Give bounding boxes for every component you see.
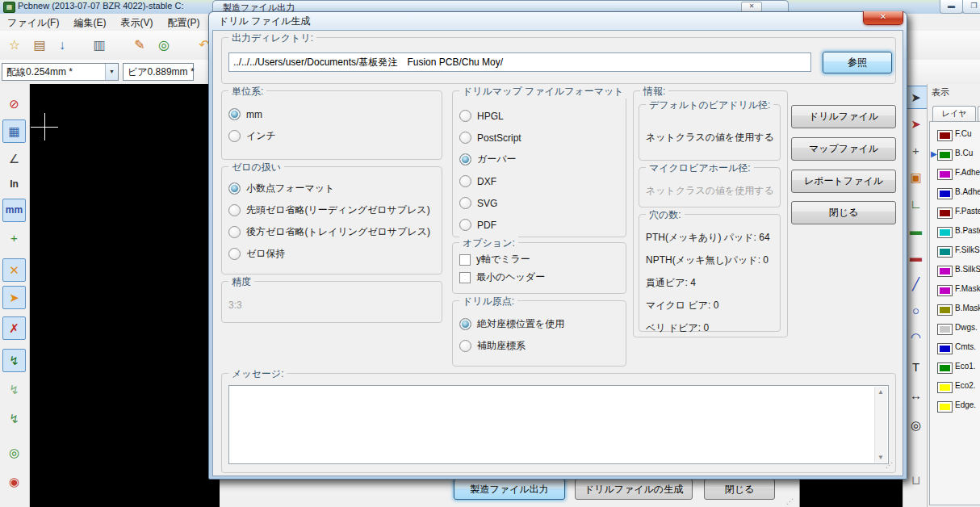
high-contrast-icon[interactable]: ≈ [2, 497, 26, 507]
layer-color-swatch[interactable] [937, 382, 953, 393]
layer-color-swatch[interactable] [937, 149, 953, 161]
close-button[interactable]: 閉じる [791, 201, 896, 224]
module-viewer-icon[interactable]: ◎ [153, 35, 174, 56]
resize-grip[interactable]: ⋰ [886, 461, 893, 469]
radio-option[interactable]: 補助座標系 [459, 339, 626, 353]
local-ratsnest-icon[interactable]: + [904, 139, 928, 162]
layer-color-swatch[interactable] [937, 227, 953, 238]
layer-row-Eco1.[interactable]: Eco1. [930, 361, 980, 377]
grid-icon[interactable]: ▦ [2, 119, 26, 143]
add-text-icon[interactable]: T [904, 355, 928, 379]
radio-option[interactable]: HPGL [459, 109, 626, 123]
layer-row-B.Mask[interactable]: B.Mask [930, 303, 980, 319]
scroll-up-icon[interactable]: ▲ [877, 388, 884, 396]
generate-drill-file-button[interactable]: ドリルファイルの生成 [575, 479, 693, 500]
close-icon[interactable]: ✕ [863, 11, 903, 25]
add-circle-icon[interactable]: ○ [904, 299, 928, 322]
layer-row-B.Cu[interactable]: ▶B.Cu [930, 148, 980, 164]
units-inch-icon[interactable]: In [2, 173, 26, 196]
add-zone-icon[interactable]: ▬ [904, 219, 928, 242]
scrollbar[interactable]: ▲ ▼ [874, 387, 887, 463]
add-track-icon[interactable]: ∟ [904, 192, 928, 216]
add-dimension-icon[interactable]: ↔ [904, 383, 928, 407]
map-file-button[interactable]: マップファイル [791, 137, 896, 161]
drill-file-button[interactable]: ドリルファイル [791, 105, 896, 128]
layer-color-swatch[interactable] [937, 324, 953, 335]
layer-row-B.SilkS[interactable]: B.SilkS [930, 264, 980, 280]
layer-color-swatch[interactable] [937, 246, 953, 258]
checkbox-option[interactable]: 最小のヘッダー [459, 271, 626, 283]
layer-row-Edge.[interactable]: Edge. [930, 400, 980, 416]
track-width-combo[interactable]: 配線0.254mm * ▼ [2, 63, 119, 81]
add-keepout-icon[interactable]: ▬ [904, 245, 928, 269]
zone-display-off-icon[interactable]: ✗ [2, 316, 26, 340]
radio-option[interactable]: インチ [228, 129, 442, 143]
tab-layers[interactable]: レイヤ [932, 106, 976, 122]
module-editor-icon[interactable]: ✎ [129, 35, 150, 56]
highlight-net-icon[interactable]: ➤ [904, 112, 928, 136]
cursor-shape-icon[interactable]: + [2, 226, 26, 249]
output-dir-input[interactable] [228, 52, 811, 72]
layer-color-swatch[interactable] [937, 304, 953, 316]
add-module-icon[interactable]: ▣ [904, 166, 928, 189]
page-settings-icon[interactable]: ▥ [89, 35, 110, 56]
layer-color-swatch[interactable] [937, 169, 953, 180]
tracks-outline-icon[interactable]: ↯ [2, 407, 26, 430]
via-display-icon[interactable]: ◎ [2, 441, 26, 464]
cursor-tool-icon[interactable]: ➤ [904, 86, 928, 109]
layer-color-swatch[interactable] [937, 285, 953, 296]
menu-item-表示(V)[interactable]: 表示(V) [113, 14, 160, 30]
layer-color-swatch[interactable] [937, 207, 953, 219]
layer-color-swatch[interactable] [937, 266, 953, 277]
tracks-sketch-icon[interactable]: ↯ [2, 378, 26, 401]
add-arc-icon[interactable]: ◠ [904, 325, 928, 349]
layer-row-F.Adhes[interactable]: F.Adhes [930, 167, 980, 183]
layer-color-swatch[interactable] [937, 130, 953, 141]
open-board-icon[interactable]: ▤ [29, 35, 50, 56]
browse-button[interactable]: 参照 [823, 52, 892, 73]
tracks-filled-icon[interactable]: ↯ [2, 349, 26, 372]
plot-dialog-titlebar[interactable]: 製造ファイル出力 ✕ [212, 0, 789, 11]
report-file-button[interactable]: レポートファイル [791, 170, 896, 193]
drc-off-icon[interactable]: ⊘ [2, 92, 26, 115]
layer-row-F.Cu[interactable]: F.Cu [930, 128, 980, 145]
delete-tool-icon[interactable]: ⊔ [904, 468, 928, 492]
layer-color-swatch[interactable] [937, 401, 953, 413]
radio-option[interactable]: ゼロ保持 [228, 247, 442, 261]
radio-option[interactable]: PDF [459, 218, 626, 232]
via-size-combo[interactable]: ビア0.889mm * [123, 63, 194, 81]
radio-option[interactable]: ガーバー [459, 153, 626, 166]
layer-color-swatch[interactable] [937, 362, 953, 374]
layer-row-Dwgs.[interactable]: Dwgs. [930, 322, 980, 338]
radio-option[interactable]: 先頭ゼロ省略(リーディングゼロサプレス) [228, 203, 442, 217]
menu-item-ファイル(F)[interactable]: ファイル(F) [0, 14, 66, 30]
close-button[interactable]: 閉じる [704, 479, 775, 500]
message-textarea[interactable]: ▲ ▼ [228, 385, 889, 464]
radio-option[interactable]: SVG [459, 196, 626, 210]
checkbox-option[interactable]: y軸でミラー [459, 254, 626, 266]
radio-option[interactable]: 小数点フォーマット [228, 182, 442, 195]
via-sketch-icon[interactable]: ◉ [2, 470, 26, 493]
layer-row-B.Paste[interactable]: B.Paste [930, 225, 980, 241]
layer-row-Eco2.[interactable]: Eco2. [930, 380, 980, 396]
layer-row-F.Mask[interactable]: F.Mask [930, 283, 980, 300]
add-line-icon[interactable]: ╱ [904, 272, 928, 295]
radio-option[interactable]: PostScript [459, 131, 626, 145]
close-icon[interactable]: ✕ [741, 2, 762, 11]
units-mm-icon[interactable]: mm [2, 199, 26, 222]
radio-option[interactable]: mm [228, 107, 442, 121]
menu-item-配置(P)[interactable]: 配置(P) [160, 14, 207, 30]
module-ratsnest-icon[interactable]: ➤ [2, 286, 26, 309]
maximize-button[interactable]: ❐ [962, 0, 980, 14]
chevron-down-icon[interactable]: ▼ [105, 64, 118, 80]
radio-option[interactable]: 絶対座標位置を使用 [459, 317, 626, 331]
add-target-icon[interactable]: ◎ [904, 413, 928, 437]
menu-item-編集(E)[interactable]: 編集(E) [66, 14, 113, 30]
scroll-down-icon[interactable]: ▼ [877, 454, 884, 461]
radio-option[interactable]: 後方ゼロ省略(トレイリングゼロサプレス) [228, 225, 442, 239]
resize-grip[interactable]: ⋰ [786, 497, 794, 505]
plot-button[interactable]: 製造ファイル出力 [454, 479, 565, 500]
layer-color-swatch[interactable] [937, 343, 953, 354]
save-board-icon[interactable]: ↓ [52, 35, 73, 56]
layer-color-swatch[interactable] [937, 188, 953, 199]
